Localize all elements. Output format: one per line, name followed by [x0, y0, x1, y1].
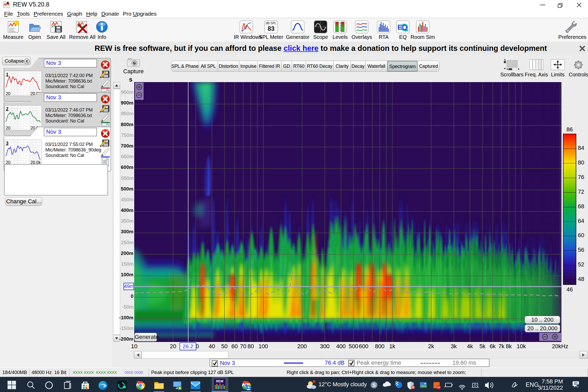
svg-text:1: 1	[6, 72, 8, 77]
svg-text:dB SPL: dB SPL	[266, 21, 277, 25]
svg-text:83: 83	[268, 25, 275, 32]
svg-text:9: 9	[340, 29, 341, 32]
svg-text:20: 20	[6, 160, 10, 164]
svg-text:S: S	[372, 383, 376, 388]
svg-text:20: 20	[6, 91, 10, 96]
svg-text:2: 2	[6, 106, 8, 111]
svg-text:20.0k: 20.0k	[30, 160, 41, 164]
svg-text:3: 3	[6, 141, 8, 146]
svg-text:20: 20	[6, 126, 10, 130]
svg-text:REW: REW	[216, 379, 224, 383]
